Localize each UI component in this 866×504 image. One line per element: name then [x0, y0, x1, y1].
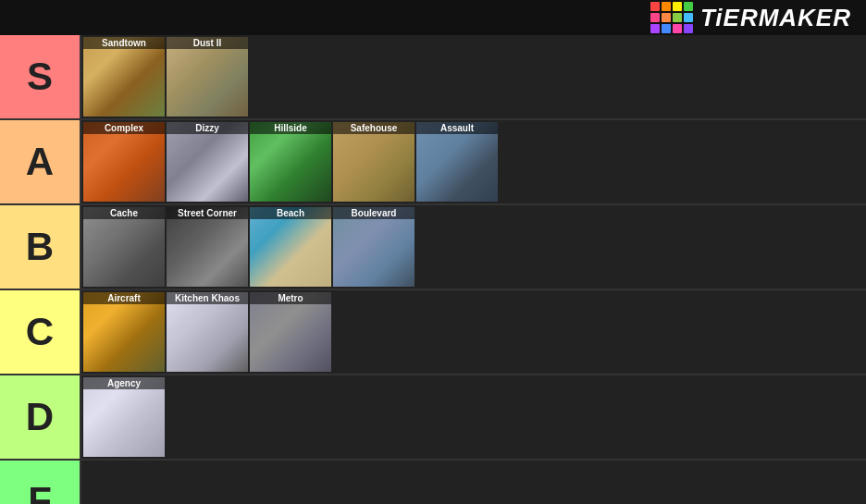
- logo-cell-6: [662, 13, 671, 22]
- tier-content-a: Complex Dizzy Hillside Safehouse Assault: [81, 120, 866, 203]
- map-item-boulevard[interactable]: Boulevard: [333, 207, 414, 287]
- logo-cell-2: [662, 2, 671, 11]
- tier-table: S Sandtown Dust II A Complex: [0, 35, 866, 504]
- tier-row-s: S Sandtown Dust II: [0, 35, 866, 120]
- tier-content-b: Cache Street Corner Beach Boulevard: [81, 205, 866, 289]
- logo-grid-icon: [650, 2, 693, 33]
- tier-row-a: A Complex Dizzy Hillside Safehouse: [0, 120, 866, 205]
- tier-b-empty: [416, 207, 864, 287]
- tier-a-empty: [500, 122, 864, 202]
- tier-label-a: A: [0, 120, 81, 203]
- map-item-sandtown[interactable]: Sandtown: [83, 37, 165, 117]
- logo-cell-3: [673, 2, 682, 11]
- tier-content-c: Aircraft Kitchen Khaos Metro: [81, 290, 866, 374]
- tier-content-d: Agency: [81, 375, 866, 459]
- logo-cell-8: [684, 13, 693, 22]
- logo-cell-11: [673, 24, 682, 33]
- map-label-aircraft: Aircraft: [83, 292, 165, 304]
- map-item-streetcorner[interactable]: Street Corner: [167, 207, 248, 287]
- map-label-hillside: Hillside: [250, 122, 331, 134]
- map-item-kitchenkhaos[interactable]: Kitchen Khaos: [167, 292, 248, 372]
- tier-label-s: S: [0, 35, 81, 118]
- tier-s-empty: [250, 37, 864, 117]
- logo-cell-9: [650, 24, 660, 33]
- map-label-kitchenkhaos: Kitchen Khaos: [167, 292, 248, 304]
- map-item-assault[interactable]: Assault: [416, 122, 498, 202]
- map-label-boulevard: Boulevard: [333, 207, 414, 219]
- logo-cell-1: [650, 2, 660, 11]
- tier-c-empty: [333, 292, 864, 372]
- tier-row-b: B Cache Street Corner Beach Boulevard: [0, 205, 866, 290]
- map-label-safehouse: Safehouse: [333, 122, 414, 134]
- map-item-complex[interactable]: Complex: [83, 122, 165, 202]
- map-item-safehouse[interactable]: Safehouse: [333, 122, 414, 202]
- map-item-aircraft[interactable]: Aircraft: [83, 292, 165, 372]
- map-item-cache[interactable]: Cache: [83, 207, 165, 287]
- map-item-dustii[interactable]: Dust II: [167, 37, 248, 117]
- tier-content-f: [81, 461, 866, 504]
- tier-label-b: B: [0, 205, 81, 289]
- tiermaker-container: TiERMAKER S Sandtown Dust II A: [0, 0, 866, 504]
- tier-row-c: C Aircraft Kitchen Khaos Metro: [0, 290, 866, 375]
- tier-f-empty: [83, 462, 864, 504]
- map-label-beach: Beach: [250, 207, 331, 219]
- tiermaker-logo-text: TiERMAKER: [700, 4, 851, 32]
- map-item-hillside[interactable]: Hillside: [250, 122, 331, 202]
- map-item-beach[interactable]: Beach: [250, 207, 331, 287]
- logo-cell-12: [684, 24, 693, 33]
- map-label-assault: Assault: [416, 122, 498, 134]
- logo-cell-5: [650, 13, 660, 22]
- map-item-dizzy[interactable]: Dizzy: [167, 122, 248, 202]
- tier-row-f: F: [0, 461, 866, 504]
- logo-cell-10: [662, 24, 671, 33]
- map-item-agency[interactable]: Agency: [83, 377, 165, 457]
- tier-label-c: C: [0, 290, 81, 374]
- tier-d-empty: [167, 377, 864, 457]
- map-item-metro[interactable]: Metro: [250, 292, 331, 372]
- tier-label-f: F: [0, 461, 81, 504]
- map-label-dizzy: Dizzy: [167, 122, 248, 134]
- tiermaker-logo: TiERMAKER: [650, 2, 851, 33]
- header: TiERMAKER: [0, 0, 866, 35]
- map-label-streetcorner: Street Corner: [167, 207, 248, 219]
- tier-label-d: D: [0, 375, 81, 459]
- map-label-agency: Agency: [83, 377, 165, 389]
- map-label-dustii: Dust II: [167, 37, 248, 49]
- logo-cell-4: [684, 2, 693, 11]
- map-label-cache: Cache: [83, 207, 165, 219]
- map-label-sandtown: Sandtown: [83, 37, 165, 49]
- logo-cell-7: [673, 13, 682, 22]
- map-label-complex: Complex: [83, 122, 165, 134]
- map-label-metro: Metro: [250, 292, 331, 304]
- tier-row-d: D Agency: [0, 375, 866, 461]
- tier-content-s: Sandtown Dust II: [81, 35, 866, 118]
